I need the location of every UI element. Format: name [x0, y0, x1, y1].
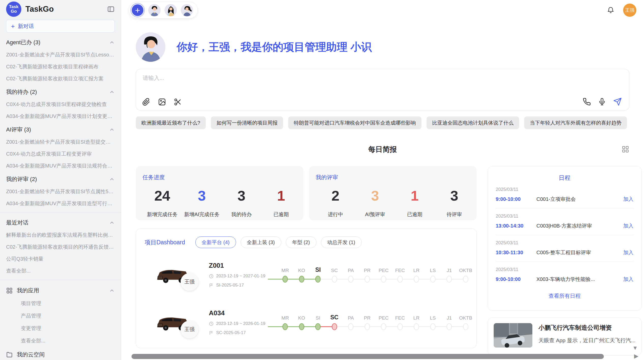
milestone-label: FEC [395, 265, 405, 273]
chat-history-item[interactable]: C02-飞腾新能源轻客改款项目里程碑画布 [6, 63, 115, 70]
sidebar-section-header[interactable]: 最近对话 [6, 219, 115, 227]
dashboard-tab[interactable]: 全新上装 (3) [241, 236, 281, 248]
suggestion-chip[interactable]: 比亚迪全固态电池计划具体说了什么 [427, 116, 519, 129]
milestone-dot[interactable] [430, 276, 435, 282]
chat-history-item[interactable]: Z001-全新燃油轻卡产品开发项目SI造型提交物评审 [6, 139, 115, 145]
milestone-dot[interactable] [348, 276, 354, 282]
dashboard-tab[interactable]: 全新平台 (4) [195, 236, 236, 248]
project-row: 王强Z0012023-12-19 ~ 2027-01-19SI-2025-05-… [136, 254, 476, 296]
sidebar-app-subitem[interactable]: 查看全部... [21, 337, 115, 344]
join-meeting-link[interactable]: 加入 [623, 222, 634, 229]
suggestion-chip[interactable]: 当下年轻人对汽车外观有怎样的喜好趋势 [524, 116, 627, 129]
milestone-dot[interactable] [414, 323, 419, 330]
milestone-dot[interactable] [463, 323, 468, 330]
milestone-dot[interactable] [315, 323, 321, 330]
sidebar-section-header[interactable]: Agent已办 (3) [6, 39, 115, 46]
dashboard-tab[interactable]: 年型 (2) [286, 236, 316, 248]
recent-chat-item[interactable]: C02-飞腾新能源轻客改款项目的闭环通告反馈情况 [6, 244, 115, 250]
recent-chat-item[interactable]: 解释最新出台的欧盟报废车法规再生塑料比例被调至15%... [6, 232, 115, 238]
join-meeting-link[interactable]: 加入 [623, 196, 634, 203]
news-title: 小鹏飞行汽车制造公司增资 [538, 324, 636, 332]
milestone-dot[interactable] [364, 323, 370, 330]
milestone-dot[interactable] [299, 276, 304, 282]
microphone-icon[interactable] [598, 98, 606, 106]
sidebar-section-header[interactable]: 我的待办 (2) [6, 88, 115, 96]
milestone-dot[interactable] [447, 276, 452, 282]
milestone-dot[interactable] [397, 323, 403, 330]
sidebar-app-subitem[interactable]: 项目管理 [21, 300, 115, 307]
sidebar-app-subitem[interactable]: 变更管理 [21, 325, 115, 332]
add-contact-button[interactable]: + [131, 4, 144, 17]
view-all-schedule-link[interactable]: 查看所有日程 [488, 292, 641, 299]
chat-history-item[interactable]: Z001-全新燃油皮卡产品开发项目SI节点Lesson Learn报告 [6, 51, 115, 58]
news-card[interactable]: 小鹏飞行汽车制造公司增资 天眼查 App 显示，近日广州汇天飞行汽... [488, 317, 641, 355]
chat-history-item[interactable]: C0X4-动力总成开发项目工程变更评审 [6, 151, 115, 157]
suggestion-chip[interactable]: 特朗普可能对进口汽车增税会对中国车企造成哪些影响 [288, 116, 421, 129]
sidebar-section-header[interactable]: AI评审 (3) [6, 126, 115, 133]
phone-icon[interactable] [583, 98, 591, 106]
milestone-label: LR [413, 312, 419, 321]
join-meeting-link[interactable]: 加入 [623, 276, 634, 283]
contact-avatar[interactable] [165, 4, 177, 16]
horizontal-scrollbar[interactable] [131, 354, 604, 359]
milestone-dot[interactable] [463, 276, 468, 282]
milestone-dot[interactable] [430, 323, 435, 330]
chat-history-item[interactable]: A034-全新新能源MUV产品开发项目造型可行性评审 [6, 200, 115, 207]
milestone-dot-row [310, 321, 326, 333]
sidebar-item-folder[interactable]: 我的云空间 [6, 351, 115, 358]
sidebar-section-header[interactable]: 我的评审 (2) [6, 175, 115, 183]
chat-history-item[interactable]: A034-全新新能源MUV产品开发项目计划变更表编写 [6, 113, 115, 120]
milestone-dot[interactable] [332, 276, 337, 282]
chat-history-item[interactable]: Z001-全新燃油轻卡产品开发项目SI节点属性5D文件评审 [6, 188, 115, 195]
chat-history-item[interactable]: A034-全新新能源MUV产品开发项目法规符合性评审 [6, 162, 115, 169]
milestone: PR [359, 265, 376, 285]
chevron-up-icon [109, 89, 115, 95]
send-icon[interactable] [613, 97, 622, 106]
milestone-dot[interactable] [315, 276, 321, 282]
scroll-right-arrow-icon[interactable]: ▶ [634, 353, 638, 359]
recent-chat-item[interactable]: 公司Q3轻卡销量 [6, 256, 115, 262]
milestone-dot-row [425, 321, 441, 333]
suggestion-chip[interactable]: 欧洲新规最近颁布了什么? [136, 116, 206, 129]
stat-cell: 1已逾期 [261, 187, 301, 218]
milestone-label: SC [330, 312, 339, 321]
stat-value: 3 [371, 187, 379, 204]
sidebar-app-subitem[interactable]: 产品管理 [21, 312, 115, 319]
image-icon[interactable] [158, 98, 166, 106]
milestone-dot[interactable] [348, 323, 354, 330]
milestone-dot[interactable] [381, 276, 386, 282]
sidebar-item-my-apps[interactable]: 我的应用 [6, 287, 115, 294]
dashboard-tab[interactable]: 动总开发 (1) [321, 236, 362, 248]
stat-value: 2 [331, 187, 339, 204]
milestone-dot[interactable] [447, 323, 452, 330]
chat-history-item[interactable]: C0X4-动力总成开发项目SI里程碑提交物检查 [6, 101, 115, 108]
milestone-dot[interactable] [332, 323, 337, 330]
join-meeting-link[interactable]: 加入 [623, 249, 634, 256]
notification-bell-icon[interactable] [607, 6, 614, 14]
milestone-dot[interactable] [397, 276, 403, 282]
user-avatar[interactable]: 王强 [623, 4, 636, 17]
suggestion-chip[interactable]: 如何写一份清晰的项目周报 [211, 116, 283, 129]
layout-grid-icon[interactable] [622, 145, 629, 153]
milestone-dot[interactable] [414, 276, 419, 282]
milestone-dot[interactable] [364, 276, 370, 282]
paperclip-icon[interactable] [142, 98, 150, 106]
new-chat-button[interactable]: + 新对话 [6, 20, 115, 33]
collapse-sidebar-icon[interactable] [107, 5, 115, 13]
milestone-dot-row [441, 273, 458, 285]
milestone: LR [408, 312, 425, 333]
stat-label: 已逾期 [273, 211, 289, 218]
contact-avatar[interactable] [181, 4, 193, 16]
recent-chat-item[interactable]: 查看全部... [6, 267, 115, 274]
chat-input[interactable] [143, 74, 596, 92]
chat-history-item[interactable]: C02-飞腾新能源轻客改款项目立项汇报方案 [6, 75, 115, 82]
milestone-dot-row [343, 321, 359, 333]
milestone-dot[interactable] [283, 323, 288, 330]
scroll-down-arrow-icon[interactable]: ▼ [632, 345, 638, 351]
milestone-dot[interactable] [283, 276, 288, 282]
contact-avatar[interactable] [148, 4, 160, 16]
milestone-dot[interactable] [299, 323, 304, 330]
scissors-icon[interactable] [174, 98, 182, 106]
sidebar-sections: Agent已办 (3)Z001-全新燃油皮卡产品开发项目SI节点Lesson L… [6, 39, 115, 207]
milestone-dot[interactable] [381, 323, 386, 330]
